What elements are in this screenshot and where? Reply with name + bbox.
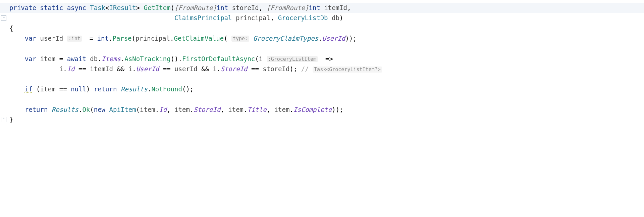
keyword-var: var (25, 35, 36, 42)
attribute-fromroute: [FromRoute] (174, 4, 217, 11)
operator-assign: = (90, 35, 93, 42)
gutter[interactable]: ⌃ (0, 115, 7, 125)
dot: . (98, 55, 101, 62)
var-item: item (274, 106, 290, 113)
dot: . (190, 106, 194, 113)
param-itemid: itemId (324, 4, 347, 11)
var-i: i (59, 65, 63, 73)
semicolon: ; (293, 65, 297, 73)
inlay-hint-return-type: Task<GroceryListItem?> (313, 67, 382, 73)
code-line[interactable]: if (item == null) return Results.NotFoun… (0, 84, 644, 94)
dot: . (217, 65, 220, 73)
prop-id: Id (67, 65, 75, 73)
comma: , (267, 106, 270, 113)
method-asnotracking: AsNoTracking (124, 55, 170, 62)
var-item: item (40, 85, 56, 93)
comma: , (167, 106, 170, 113)
prop-title: Title (247, 106, 266, 113)
var-db: db (90, 55, 98, 62)
keyword-return: return (25, 106, 48, 113)
dot: . (318, 35, 322, 42)
static-results: Results (52, 106, 78, 113)
method-notfound: NotFound (151, 85, 182, 93)
keyword-new: new (94, 106, 105, 113)
method-parse: Parse (112, 35, 131, 42)
code-line[interactable]: i.Id == itemId && i.UserId == userId && … (0, 64, 644, 74)
lambda-arrow: => (325, 55, 333, 62)
type-claimsprincipal: ClaimsPrincipal (174, 14, 232, 21)
var-principal: principal (136, 35, 170, 42)
code-line-blank[interactable] (0, 44, 644, 54)
var-storeid: storeId (263, 65, 289, 73)
gutter[interactable]: − (0, 13, 7, 23)
prop-iscomplete: IsComplete (293, 106, 332, 113)
paren-close: )) (332, 106, 339, 113)
semicolon: ; (339, 106, 343, 113)
var-item: item (40, 55, 56, 62)
method-ok: Ok (82, 106, 90, 113)
paren-close: ) (86, 85, 90, 93)
paren-open: ( (255, 55, 259, 62)
code-line[interactable]: private static async Task<IResult> GetIt… (0, 3, 644, 13)
code-line[interactable]: { (0, 23, 644, 33)
keyword-async: async (67, 4, 86, 11)
code-line[interactable]: ⌃} (0, 115, 644, 125)
operator-assign: = (59, 55, 63, 62)
parens: () (171, 55, 178, 62)
lambda-i: i (259, 55, 263, 62)
inlay-hint-grocerylistitem: :GroceryListItem (267, 56, 318, 62)
paren-open: ( (90, 106, 94, 113)
dot: . (63, 65, 67, 73)
var-item: item (140, 106, 155, 113)
angle-close: > (136, 4, 140, 11)
paren-open: ( (132, 35, 136, 42)
fold-icon[interactable]: ⌃ (1, 117, 6, 122)
var-item: item (174, 106, 190, 113)
comma: , (220, 106, 224, 113)
attribute-fromroute: [FromRoute] (267, 4, 309, 11)
comma: , (347, 4, 351, 11)
param-storeid: storeId (232, 4, 259, 11)
type-iresult: IResult (109, 4, 136, 11)
paren-open: ( (36, 85, 40, 93)
keyword-var: var (25, 55, 36, 62)
keyword-null: null (71, 85, 86, 93)
type-int: int (217, 4, 228, 11)
code-line[interactable]: var item = await db.Items.AsNoTracking()… (0, 54, 644, 64)
method-getclaimvalue: GetClaimValue (174, 35, 224, 42)
inlay-hint-int: :int (67, 36, 82, 42)
keyword-await: await (67, 55, 86, 62)
comma: , (270, 14, 274, 21)
static-groceryclaimtypes: GroceryClaimTypes (253, 35, 318, 42)
param-db: db (332, 14, 339, 21)
code-line-blank[interactable] (0, 94, 644, 104)
operator-and: && (117, 65, 124, 73)
prop-userid: UserId (136, 65, 159, 73)
static-results: Results (121, 85, 148, 93)
code-line-blank[interactable] (0, 74, 644, 84)
keyword-return: return (94, 85, 117, 93)
var-i: i (213, 65, 217, 73)
paren-open: ( (224, 35, 227, 42)
dot: . (121, 55, 124, 62)
var-userid: userId (174, 65, 198, 73)
var-i: i (128, 65, 132, 73)
type-apiitem: ApiItem (109, 106, 136, 113)
semicolon: ; (190, 85, 194, 93)
paren-close: ) (289, 65, 293, 73)
var-item: item (228, 106, 244, 113)
type-int: int (97, 35, 109, 42)
code-line[interactable]: return Results.Ok(new ApiItem(item.Id, i… (0, 104, 644, 115)
comma: , (259, 4, 263, 11)
type-grocerylistdb: GroceryListDb (278, 14, 328, 21)
prop-items: Items (102, 55, 121, 62)
code-editor[interactable]: private static async Task<IResult> GetIt… (0, 0, 644, 128)
prop-userid: UserId (322, 35, 345, 42)
code-line[interactable]: − ClaimsPrincipal principal, GroceryList… (0, 13, 644, 23)
prop-storeid: StoreId (194, 106, 220, 113)
keyword-private: private (9, 4, 36, 11)
dot: . (170, 35, 174, 42)
fold-icon[interactable]: − (1, 15, 6, 21)
parens: () (182, 85, 190, 93)
code-line[interactable]: var userId :int = int.Parse(principal.Ge… (0, 33, 644, 43)
